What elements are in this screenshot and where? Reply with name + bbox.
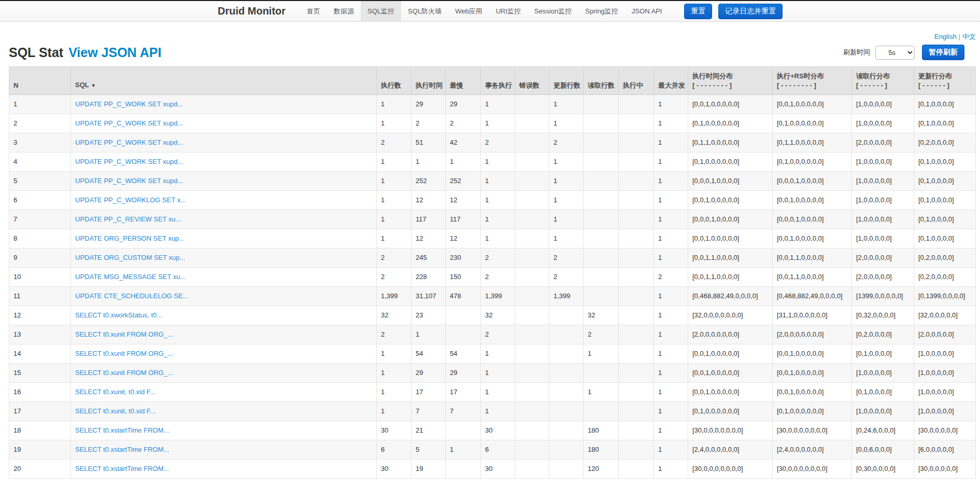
cell-exec_time: 7: [411, 402, 446, 421]
cell-exec_time: 19: [411, 460, 446, 479]
cell-update_rows_dist: [0,1,0,0,0,0]: [914, 210, 976, 229]
sql-link[interactable]: UPDATE PP_C_WORKLOG SET x...: [75, 196, 186, 204]
cell-update_rows_dist: [0,2,0,0,0,0]: [914, 268, 976, 287]
nav-tab-sql[interactable]: SQL监控: [361, 1, 401, 21]
column-header-exec_time[interactable]: 执行时间: [411, 66, 446, 95]
sql-link[interactable]: UPDATE MSG_MESSAGE SET xu...: [75, 273, 186, 281]
sql-link[interactable]: SELECT t0.xworkStatus, t0...: [75, 311, 162, 319]
refresh-interval-select[interactable]: 5s: [875, 46, 915, 60]
sql-link[interactable]: UPDATE PP_C_WORK SET xupd...: [75, 158, 183, 165]
sql-link[interactable]: SELECT t0.xstartTime FROM...: [75, 426, 169, 434]
cell-read_rows: [584, 229, 619, 248]
cell-slowest: 1: [446, 440, 481, 460]
column-header-read_rows_dist[interactable]: 读取行分布[ - - - - - - ]: [852, 66, 914, 95]
column-header-read_rows[interactable]: 读取行数: [584, 66, 619, 95]
sql-link[interactable]: UPDATE PP_C_WORK SET xupd...: [75, 100, 183, 108]
cell-n: 11: [9, 287, 71, 306]
sql-link[interactable]: UPDATE PP_C_WORK SET xupd...: [75, 138, 183, 146]
nav-tab-uri[interactable]: URI监控: [489, 1, 528, 21]
nav-tab-jsonapi[interactable]: JSON API: [625, 1, 669, 21]
sql-link[interactable]: SELECT t0.xunit FROM ORG_...: [75, 330, 173, 338]
sql-link[interactable]: SELECT t0.xunit FROM ORG_...: [75, 369, 173, 377]
cell-update_rows_dist: [0,1,0,0,0,0]: [914, 191, 976, 210]
column-header-error_count[interactable]: 错误数: [515, 66, 549, 95]
column-header-exec_rs_time_dist[interactable]: 执行+RS时分布[ - - - - - - - - ]: [773, 66, 852, 95]
sql-link[interactable]: SELECT t0.xunit FROM ORG_...: [75, 350, 173, 357]
sql-link[interactable]: SELECT t0.xunit, t0.xid F...: [75, 388, 155, 396]
cell-read_rows: [584, 287, 619, 306]
sql-link[interactable]: SELECT t0.xstartTime FROM...: [75, 465, 169, 473]
column-header-slowest[interactable]: 最慢: [446, 66, 481, 95]
cell-update_rows: 1: [549, 152, 584, 172]
cell-read_rows_dist: [0,1,0,0,0,0]: [852, 383, 914, 402]
cell-exec_time: 12: [411, 191, 446, 210]
cell-sql: SELECT t0.xunit, t0.xid F...: [71, 383, 377, 402]
cell-slowest: 230: [446, 248, 481, 268]
sql-link[interactable]: UPDATE ORG_CUSTOM SET xup...: [75, 254, 185, 261]
cell-exec_count: 1: [377, 210, 411, 229]
cell-running: [619, 344, 654, 364]
table-row: 12SELECT t0.xworkStatus, t0...322332321[…: [9, 306, 976, 325]
cell-max_concurrent: 1: [654, 383, 688, 402]
column-header-exec_time_dist[interactable]: 执行时间分布[ - - - - - - - - ]: [688, 66, 773, 95]
sql-link[interactable]: UPDATE ORG_PERSON SET xup...: [75, 234, 184, 242]
lang-chinese-link[interactable]: 中文: [962, 33, 976, 40]
cell-exec_count: 1: [377, 152, 411, 172]
sql-link[interactable]: UPDATE CTE_SCHEDULELOG SE...: [75, 292, 189, 300]
cell-update_rows: 1: [549, 210, 584, 229]
cell-tx_exec: 6: [481, 440, 515, 460]
column-header-update_rows[interactable]: 更新行数: [549, 66, 584, 95]
lang-english-link[interactable]: English: [934, 33, 957, 40]
cell-slowest: [446, 306, 481, 325]
cell-read_rows_dist: [2,0,0,0,0,0]: [852, 248, 914, 268]
cell-update_rows_dist: [1,0,0,0,0,0]: [914, 344, 976, 364]
cell-max_concurrent: 1: [654, 152, 688, 172]
table-row: 3UPDATE PP_C_WORK SET xupd...25142221[0,…: [9, 133, 976, 152]
cell-update_rows: [549, 460, 584, 479]
cell-sql: UPDATE PP_C_REVIEW SET xu...: [71, 210, 377, 229]
cell-exec_rs_time_dist: [0,0,0,1,0,0,0,0]: [773, 172, 852, 191]
cell-read_rows: [584, 364, 619, 383]
cell-tx_exec: 1: [481, 191, 515, 210]
nav-tab-session[interactable]: Session监控: [528, 1, 578, 21]
column-header-sql[interactable]: SQL▼: [71, 66, 377, 95]
sql-link[interactable]: UPDATE PP_C_REVIEW SET xu...: [75, 215, 181, 223]
nav-tab-datasource[interactable]: 数据源: [327, 1, 361, 21]
sql-link[interactable]: UPDATE PP_C_WORK SET xupd...: [75, 119, 183, 127]
table-row: 14SELECT t0.xunit FROM ORG_...15454111[0…: [9, 344, 976, 364]
sql-link[interactable]: SELECT t0.xunit, t0.xid F...: [75, 407, 155, 415]
cell-error_count: [515, 133, 549, 152]
sql-link[interactable]: UPDATE PP_C_WORK SET xupd...: [75, 177, 183, 185]
nav-tab-home[interactable]: 首页: [300, 1, 327, 21]
cell-sql: UPDATE PP_C_WORK SET xupd...: [71, 152, 377, 172]
log-and-reset-button[interactable]: 记录日志并重置: [718, 4, 783, 19]
table-body: 1UPDATE PP_C_WORK SET xupd...12929111[0,…: [9, 95, 976, 479]
cell-update_rows: [549, 440, 584, 460]
cell-sql: UPDATE PP_C_WORK SET xupd...: [71, 172, 377, 191]
column-header-update_rows_dist[interactable]: 更新行分布[ - - - - - - ]: [914, 66, 976, 95]
table-row: 16SELECT t0.xunit, t0.xid F...11717111[0…: [9, 383, 976, 402]
column-header-n[interactable]: N: [9, 66, 71, 95]
pause-refresh-button[interactable]: 暂停刷新: [922, 45, 964, 60]
refresh-interval-label: 刷新时间: [843, 48, 870, 57]
cell-exec_rs_time_dist: [0,0,1,1,0,0,0,0]: [773, 248, 852, 268]
cell-n: 5: [9, 172, 71, 191]
column-header-running[interactable]: 执行中: [619, 66, 654, 95]
column-header-exec_count[interactable]: 执行数: [377, 66, 411, 95]
cell-n: 13: [9, 325, 71, 344]
nav-tab-spring[interactable]: Spring监控: [578, 1, 625, 21]
cell-exec_rs_time_dist: [0,0,1,0,0,0,0,0]: [773, 383, 852, 402]
cell-read_rows_dist: [0,32,0,0,0,0]: [852, 306, 914, 325]
cell-exec_time_dist: [0,468,882,49,0,0,0,0]: [688, 287, 773, 306]
cell-n: 8: [9, 229, 71, 248]
view-json-api-link[interactable]: View JSON API: [68, 45, 161, 60]
cell-n: 18: [9, 421, 71, 440]
cell-sql: SELECT t0.xstartTime FROM...: [71, 440, 377, 460]
nav-tab-webapp[interactable]: Web应用: [448, 1, 489, 21]
reset-button[interactable]: 重置: [684, 4, 712, 19]
nav-tab-wall[interactable]: SQL防火墙: [401, 1, 448, 21]
column-header-tx_exec[interactable]: 事务执行: [481, 66, 515, 95]
cell-tx_exec: 1: [481, 364, 515, 383]
sql-link[interactable]: SELECT t0.xstartTime FROM...: [75, 446, 169, 453]
column-header-max_concurrent[interactable]: 最大并发: [654, 66, 688, 95]
